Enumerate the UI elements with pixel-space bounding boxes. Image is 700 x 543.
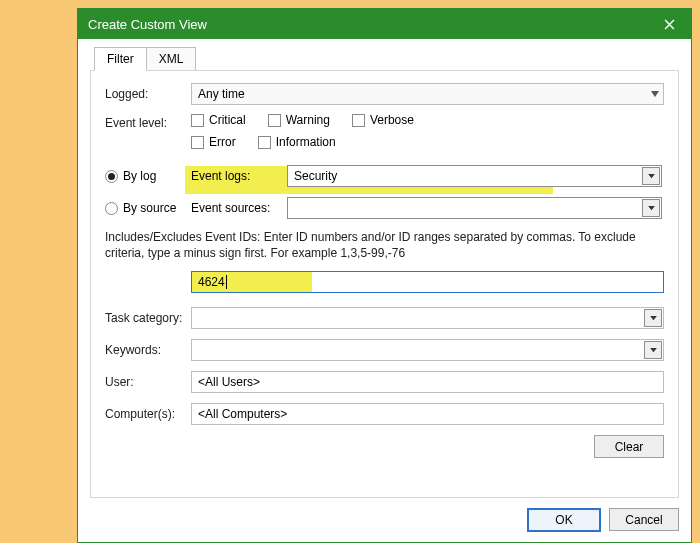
keywords-combo[interactable] — [191, 339, 664, 361]
computers-input[interactable]: <All Computers> — [191, 403, 664, 425]
event-logs-combo[interactable]: Security — [287, 165, 662, 187]
label-logged: Logged: — [105, 87, 191, 101]
label-event-logs: Event logs: — [191, 169, 287, 183]
event-ids-value: 4624 — [198, 275, 225, 289]
tab-strip: Filter XML — [90, 47, 679, 71]
task-category-combo[interactable] — [191, 307, 664, 329]
event-sources-combo[interactable] — [287, 197, 662, 219]
text-caret — [226, 275, 227, 289]
user-value: <All Users> — [198, 375, 260, 389]
checkbox-verbose[interactable]: Verbose — [352, 113, 414, 127]
cancel-button[interactable]: Cancel — [609, 508, 679, 531]
checkbox-warning[interactable]: Warning — [268, 113, 330, 127]
chevron-down-icon — [644, 341, 662, 359]
label-task-category: Task category: — [105, 311, 191, 325]
checkbox-critical[interactable]: Critical — [191, 113, 246, 127]
logged-dropdown[interactable]: Any time — [191, 83, 664, 105]
chevron-down-icon — [642, 199, 660, 217]
logged-value: Any time — [198, 87, 245, 101]
titlebar: Create Custom View — [78, 9, 691, 39]
close-icon — [664, 19, 675, 30]
window-title: Create Custom View — [88, 17, 647, 32]
chevron-down-icon — [644, 309, 662, 327]
event-logs-value: Security — [294, 169, 337, 183]
user-input[interactable]: <All Users> — [191, 371, 664, 393]
chevron-down-icon — [642, 167, 660, 185]
tab-filter[interactable]: Filter — [94, 47, 147, 71]
client-area: Filter XML Logged: Any time Event level:… — [78, 39, 691, 542]
ok-button[interactable]: OK — [527, 508, 601, 532]
chevron-down-icon — [651, 91, 659, 97]
label-event-level: Event level: — [105, 116, 191, 130]
label-user: User: — [105, 375, 191, 389]
radio-by-source[interactable]: By source — [105, 201, 191, 215]
radio-by-log[interactable]: By log — [105, 169, 191, 183]
checkbox-information[interactable]: Information — [258, 135, 336, 149]
label-computers: Computer(s): — [105, 407, 191, 421]
clear-button[interactable]: Clear — [594, 435, 664, 458]
close-button[interactable] — [647, 9, 691, 39]
label-event-sources: Event sources: — [191, 201, 287, 215]
instruction-text: Includes/Excludes Event IDs: Enter ID nu… — [105, 229, 664, 261]
tab-xml[interactable]: XML — [146, 47, 197, 71]
filter-panel: Logged: Any time Event level: Critical W… — [90, 70, 679, 498]
computers-value: <All Computers> — [198, 407, 287, 421]
event-ids-input[interactable]: 4624 — [191, 271, 664, 293]
dialog-footer: OK Cancel — [90, 498, 679, 532]
checkbox-error[interactable]: Error — [191, 135, 236, 149]
dialog-window: Create Custom View Filter XML Logged: An… — [77, 8, 692, 543]
label-keywords: Keywords: — [105, 343, 191, 357]
